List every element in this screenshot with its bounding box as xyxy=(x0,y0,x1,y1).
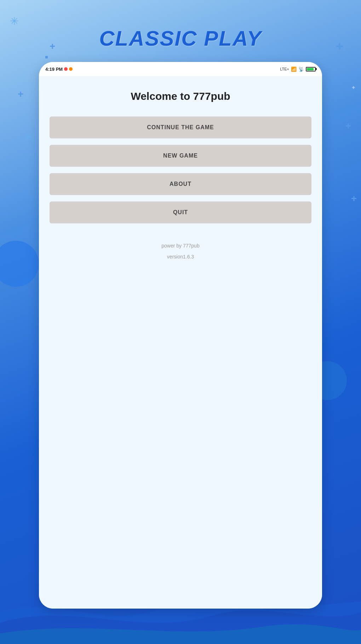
version-text: version1.6.3 xyxy=(161,251,199,262)
battery-fill xyxy=(307,68,314,70)
signal-icon: 📶 xyxy=(291,67,297,72)
welcome-title: Welcome to 777pub xyxy=(131,90,230,102)
status-right: LTE+ 📶 📡 xyxy=(280,67,316,72)
phone-mockup: 4:19 PM LTE+ 📶 📡 Welcome to 777pub CONTI… xyxy=(39,62,322,609)
powered-by-text: power by 777pub xyxy=(161,240,199,251)
network-indicator: LTE+ xyxy=(280,67,289,71)
quit-button[interactable]: QUIT xyxy=(50,201,311,223)
deco-plus-5: + xyxy=(351,193,357,204)
dot-1 xyxy=(45,56,48,58)
new-game-button[interactable]: NEW GAME xyxy=(50,145,311,167)
about-button[interactable]: ABOUT xyxy=(50,173,311,195)
status-time: 4:19 PM xyxy=(45,67,63,72)
bg-circle-left xyxy=(0,241,39,287)
continue-game-button[interactable]: CONTINUE THE GAME xyxy=(50,116,311,138)
app-content: Welcome to 777pub CONTINUE THE GAME NEW … xyxy=(39,76,322,609)
deco-plus-3: + xyxy=(18,89,23,100)
wifi-icon: 📡 xyxy=(298,67,304,72)
status-left: 4:19 PM xyxy=(45,67,73,72)
footer: power by 777pub version1.6.3 xyxy=(161,240,199,262)
page-title: CLASSIC PLAY xyxy=(0,26,361,51)
sparkle-3: ✦ xyxy=(351,84,356,91)
battery-icon xyxy=(306,67,316,72)
deco-plus-4: + xyxy=(345,120,351,132)
status-bar: 4:19 PM LTE+ 📶 📡 xyxy=(39,62,322,76)
sparkle-2: ✳ xyxy=(24,131,32,143)
status-dot-red xyxy=(64,67,68,71)
sparkle-1: ✳ xyxy=(10,15,19,27)
status-dot-orange xyxy=(69,67,73,71)
